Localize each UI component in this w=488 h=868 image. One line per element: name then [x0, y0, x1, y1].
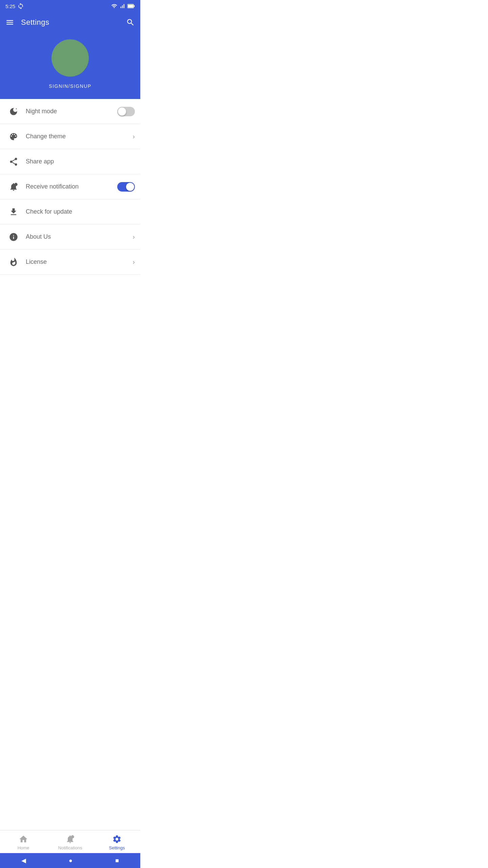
battery-icon — [127, 4, 135, 8]
avatar-shape — [52, 58, 89, 77]
menu-icon[interactable] — [5, 18, 14, 27]
share-app-item[interactable]: Share app — [0, 149, 140, 174]
app-bar-left: Settings — [5, 18, 49, 27]
sync-icon — [17, 3, 24, 9]
status-left: 5:25 — [5, 3, 24, 9]
status-right — [111, 3, 135, 9]
chevron-right-icon: › — [133, 133, 135, 140]
check-update-item[interactable]: Check for update — [0, 199, 140, 224]
night-mode-item[interactable]: Night mode — [0, 99, 140, 124]
avatar[interactable] — [52, 39, 89, 77]
svg-point-3 — [14, 183, 17, 186]
app-bar: Settings — [0, 12, 140, 33]
toggle-knob — [118, 107, 126, 116]
status-time: 5:25 — [5, 3, 15, 9]
license-item[interactable]: License › — [0, 250, 140, 275]
moon-icon — [5, 107, 22, 116]
receive-notification-label: Receive notification — [26, 183, 117, 190]
license-label: License — [26, 258, 133, 265]
share-app-label: Share app — [26, 158, 135, 165]
notification-toggle[interactable] — [117, 182, 135, 192]
change-theme-item[interactable]: Change theme › — [0, 124, 140, 149]
page-title: Settings — [21, 18, 49, 27]
info-icon — [5, 232, 22, 242]
fire-icon — [5, 257, 22, 267]
search-icon[interactable] — [126, 18, 135, 27]
notification-toggle-container — [117, 182, 135, 192]
change-theme-label: Change theme — [26, 133, 133, 140]
receive-notification-item[interactable]: Receive notification — [0, 174, 140, 199]
night-mode-label: Night mode — [26, 108, 117, 115]
check-update-label: Check for update — [26, 208, 135, 215]
status-bar: 5:25 — [0, 0, 140, 12]
change-theme-chevron: › — [133, 133, 135, 140]
toggle-knob-2 — [126, 183, 134, 191]
about-us-label: About Us — [26, 233, 133, 240]
night-mode-toggle[interactable] — [117, 107, 135, 116]
svg-rect-1 — [134, 5, 135, 7]
share-icon — [5, 157, 22, 166]
palette-icon — [5, 132, 22, 141]
signal-icon — [119, 3, 125, 9]
about-us-item[interactable]: About Us › — [0, 224, 140, 250]
wifi-icon — [111, 3, 117, 9]
night-mode-toggle-container — [117, 107, 135, 116]
download-icon — [5, 207, 22, 217]
chevron-right-icon-3: › — [133, 258, 135, 266]
hero-section: SIGNIN/SIGNUP — [0, 33, 140, 99]
about-us-chevron: › — [133, 233, 135, 241]
chevron-right-icon-2: › — [133, 233, 135, 241]
bell-alert-icon — [5, 182, 22, 192]
license-chevron: › — [133, 258, 135, 266]
settings-list: Night mode Change theme › Share app — [0, 99, 140, 313]
svg-rect-2 — [128, 5, 133, 7]
signin-label[interactable]: SIGNIN/SIGNUP — [49, 83, 91, 89]
